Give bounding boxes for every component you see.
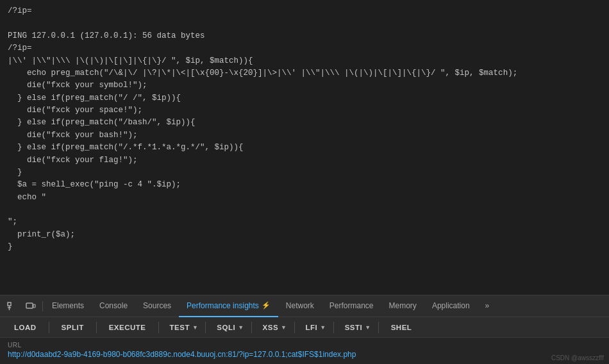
performance-insights-icon: ⚡ [262,301,271,310]
ssti-arrow-icon: ▼ [365,324,371,331]
url-bar: URL http://d0daabd2-9a9b-4169-b980-b068f… [0,338,609,364]
svg-rect-3 [26,303,33,308]
sqli-button[interactable]: SQLI ▼ [209,322,247,333]
devtools-tabbar: Elements Console Sources Performance ins… [0,295,609,317]
toolbar: LOAD SPLIT EXECUTE TEST ▼ SQLI ▼ XSS ▼ L… [0,317,609,338]
split-button[interactable]: SPLIT [53,322,93,333]
toolbar-sep-8 [378,322,379,333]
load-button[interactable]: LOAD [5,322,46,333]
shel-button[interactable]: SHEL [382,322,421,333]
device-icon[interactable] [22,297,40,315]
xss-arrow-icon: ▼ [281,324,287,331]
toolbar-sep-1 [49,322,49,333]
test-button[interactable]: TEST ▼ [162,322,203,333]
toolbar-sep-2 [96,322,97,333]
watermark: CSDN @awsszzfff [551,354,604,361]
lfi-arrow-icon: ▼ [320,324,326,331]
execute-button[interactable]: EXECUTE [100,322,155,333]
tab-elements[interactable]: Elements [44,295,92,317]
tab-separator-1 [42,301,43,311]
tab-memory[interactable]: Memory [381,295,424,317]
code-content: /?ip= PING 127.0.0.1 (127.0.0.1): 56 dat… [8,5,601,254]
tab-console[interactable]: Console [92,295,135,317]
toolbar-sep-5 [251,322,252,333]
tab-performance[interactable]: Performance [322,295,381,317]
ssti-button[interactable]: SSTI ▼ [337,322,375,333]
tab-network[interactable]: Network [278,295,322,317]
cursor-icon[interactable] [3,297,21,315]
toolbar-sep-3 [158,322,159,333]
toolbar-sep-7 [333,322,334,333]
sqli-arrow-icon: ▼ [238,324,244,331]
toolbar-sep-4 [205,322,206,333]
tab-sources[interactable]: Sources [135,295,179,317]
url-value: http://d0daabd2-9a9b-4169-b980-b068fc3d8… [8,350,601,359]
lfi-button[interactable]: LFI ▼ [298,322,330,333]
url-label: URL [8,342,601,349]
xss-button[interactable]: XSS ▼ [255,322,291,333]
code-output: /?ip= PING 127.0.0.1 (127.0.0.1): 56 dat… [0,0,609,295]
tab-application[interactable]: Application [424,295,478,317]
svg-rect-4 [33,304,35,308]
svg-rect-0 [8,302,11,306]
tab-performance-insights[interactable]: Performance insights ⚡ [179,295,278,317]
tab-more[interactable]: » [478,295,497,317]
test-arrow-icon: ▼ [192,324,198,331]
toolbar-sep-6 [294,322,295,333]
